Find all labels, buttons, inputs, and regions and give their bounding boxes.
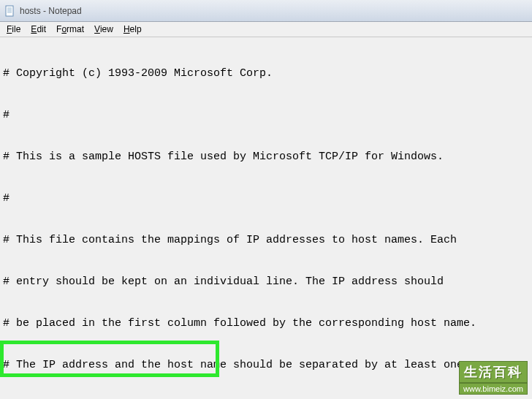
notepad-icon [4,5,16,17]
menu-format[interactable]: Format [51,23,89,36]
editor-line: # This file contains the mappings of IP … [3,233,529,247]
notepad-window: hosts - Notepad File Edit Format View He… [0,0,532,399]
menu-edit[interactable]: Edit [26,23,51,36]
editor-line: # This is a sample HOSTS file used by Mi… [3,150,529,164]
text-editor[interactable]: # Copyright (c) 1993-2009 Microsoft Corp… [0,37,532,399]
menu-help[interactable]: Help [118,23,147,36]
menu-view[interactable]: View [89,23,118,36]
window-title: hosts - Notepad [20,6,82,16]
titlebar[interactable]: hosts - Notepad [0,0,532,22]
editor-line: # entry should be kept on an individual … [3,275,529,289]
editor-line: # [3,191,529,205]
menubar: File Edit Format View Help [0,22,532,37]
editor-line: # The IP address and the host name shoul… [3,358,529,372]
editor-line: # Copyright (c) 1993-2009 Microsoft Corp… [3,66,529,80]
editor-line: # [3,108,529,122]
menu-file[interactable]: File [1,23,26,36]
editor-line: # be placed in the first column followed… [3,316,529,330]
